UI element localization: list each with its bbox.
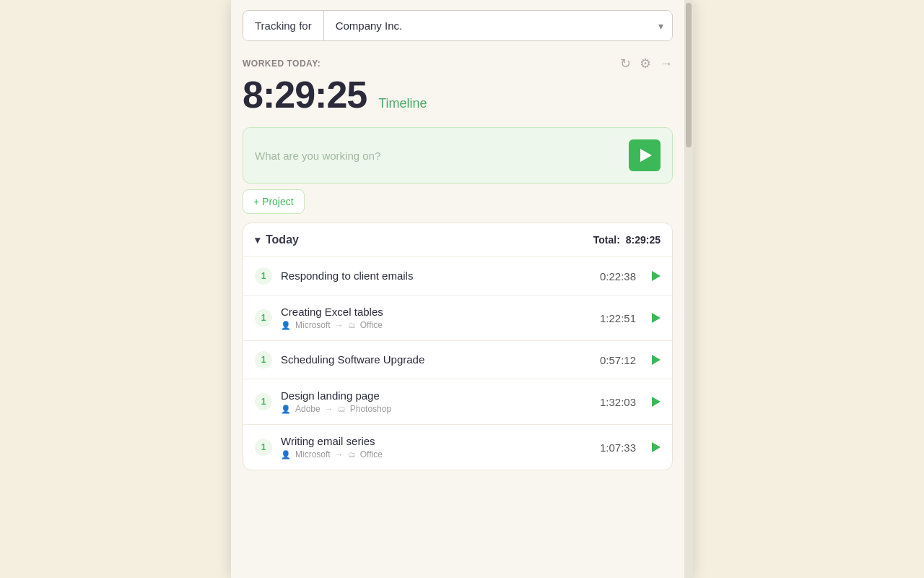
task-time: 0:57:12 [600,354,636,366]
today-chevron-icon[interactable]: ▾ [255,234,260,246]
person-icon: 👤 [281,450,291,460]
task-number: 1 [255,267,272,285]
play-icon [640,149,652,162]
add-project-button[interactable]: + Project [243,189,305,214]
task-input-placeholder[interactable]: What are you working on? [255,150,629,162]
task-client: Microsoft [295,449,331,460]
task-input-box: What are you working on? [243,127,673,184]
task-project: Office [360,449,383,460]
task-info: Scheduling Software Upgrade [281,353,591,367]
worked-icons: ↻ ⚙ → [620,56,673,72]
task-play-button[interactable] [652,313,661,323]
person-icon: 👤 [281,405,291,414]
today-left: ▾ Today [255,233,299,246]
folder-icon: 🗂 [348,450,356,459]
today-section: ▾ Today Total: 8:29:25 1 Responding to c… [243,223,673,470]
tracking-label: Tracking for [243,11,324,40]
task-play-button[interactable] [652,355,661,365]
task-project: Office [360,320,383,330]
task-name: Design landing page [281,389,591,402]
task-time: 1:07:33 [600,441,636,454]
task-info: Creating Excel tables 👤 Microsoft → 🗂 Of… [281,306,591,330]
task-meta: 👤 Microsoft → 🗂 Office [281,449,591,460]
task-name: Creating Excel tables [281,306,591,318]
refresh-icon[interactable]: ↻ [620,56,631,72]
folder-icon: 🗂 [348,321,356,329]
task-time: 1:22:51 [600,312,636,324]
task-play-button[interactable] [652,442,661,452]
task-project: Photoshop [350,404,391,414]
logout-icon[interactable]: → [660,56,673,72]
task-row: 1 Responding to client emails 0:22:38 [243,257,672,296]
worked-section: WORKED TODAY: ↻ ⚙ → 8:29:25 Timeline [231,56,684,116]
task-name: Scheduling Software Upgrade [281,353,591,366]
task-time: 1:32:03 [600,396,636,408]
worked-row: WORKED TODAY: ↻ ⚙ → [243,56,673,72]
worked-time: 8:29:25 [243,74,367,116]
task-meta: 👤 Adobe → 🗂 Photoshop [281,404,591,414]
task-info: Responding to client emails [281,269,591,283]
task-client: Microsoft [295,320,331,330]
folder-icon: 🗂 [338,405,346,413]
company-select-wrapper[interactable]: Company Inc. ▾ [324,11,672,40]
task-meta: 👤 Microsoft → 🗂 Office [281,320,591,330]
timeline-link[interactable]: Timeline [378,96,427,111]
task-row: 1 Design landing page 👤 Adobe → 🗂 Photos… [243,379,672,425]
task-list: 1 Responding to client emails 0:22:38 1 … [243,257,672,470]
task-client: Adobe [295,404,321,414]
task-info: Writing email series 👤 Microsoft → 🗂 Off… [281,435,591,460]
task-row: 1 Scheduling Software Upgrade 0:57:12 [243,341,672,379]
task-info: Design landing page 👤 Adobe → 🗂 Photosho… [281,389,591,414]
today-header: ▾ Today Total: 8:29:25 [243,223,672,257]
task-row: 1 Creating Excel tables 👤 Microsoft → 🗂 … [243,296,672,341]
tracking-header: Tracking for Company Inc. ▾ [243,10,673,41]
scrollbar[interactable] [684,0,693,578]
arrow-icon: → [325,404,334,414]
task-number: 1 [255,393,272,410]
task-time: 0:22:38 [600,270,636,282]
worked-time-row: 8:29:25 Timeline [243,74,673,116]
task-name: Writing email series [281,435,591,447]
person-icon: 👤 [281,321,291,330]
task-name: Responding to client emails [281,269,591,282]
task-number: 1 [255,309,272,327]
company-select[interactable]: Company Inc. [324,11,672,40]
today-total-label: Total: [593,234,620,246]
scrollbar-thumb [686,3,692,147]
arrow-icon: → [335,449,344,460]
task-play-button[interactable] [652,397,661,407]
gear-icon[interactable]: ⚙ [640,56,651,72]
task-play-button[interactable] [652,271,661,281]
today-label: Today [266,233,299,246]
task-number: 1 [255,351,272,368]
main-content: Tracking for Company Inc. ▾ WORKED TODAY… [231,10,684,485]
start-timer-button[interactable] [629,139,661,171]
worked-label: WORKED TODAY: [243,59,321,69]
today-total: Total: 8:29:25 [593,234,661,246]
app-container: Tracking for Company Inc. ▾ WORKED TODAY… [231,0,693,578]
today-total-time: 8:29:25 [626,234,661,246]
task-number: 1 [255,439,272,456]
task-input-section: What are you working on? + Project [243,127,673,214]
arrow-icon: → [335,320,344,330]
task-row: 1 Writing email series 👤 Microsoft → 🗂 O… [243,425,672,470]
